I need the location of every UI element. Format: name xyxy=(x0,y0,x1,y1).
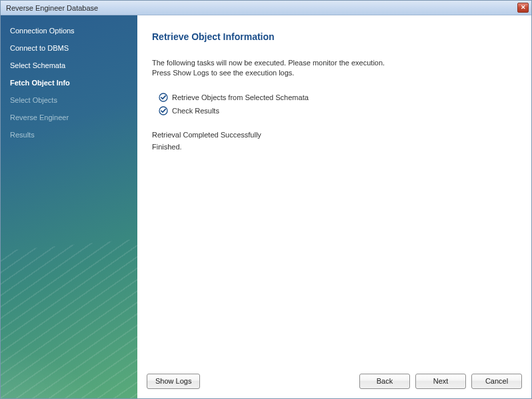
back-button[interactable]: Back xyxy=(359,374,410,389)
status-message: Retrieval Completed Successfully xyxy=(152,131,517,139)
sidebar-item-connection-options[interactable]: Connection Options xyxy=(1,22,137,39)
cancel-button[interactable]: Cancel xyxy=(471,374,522,389)
sidebar-item-select-objects: Select Objects xyxy=(1,91,137,109)
wizard-sidebar: Connection Options Connect to DBMS Selec… xyxy=(1,15,137,398)
window-title: Reverse Engineer Database xyxy=(6,4,517,12)
sidebar-item-label: Reverse Engineer xyxy=(10,113,69,121)
page-title: Retrieve Object Information xyxy=(152,31,517,42)
sidebar-item-label: Results xyxy=(10,131,35,139)
sidebar-item-label: Select Objects xyxy=(10,96,57,104)
main-panel: Retrieve Object Information The followin… xyxy=(137,15,531,398)
sidebar-item-select-schemata[interactable]: Select Schemata xyxy=(1,57,137,74)
task-item: Check Results xyxy=(159,104,517,117)
close-button[interactable]: ✕ xyxy=(517,3,529,13)
task-label: Check Results xyxy=(172,107,219,115)
checkmark-icon xyxy=(159,93,168,102)
sidebar-item-label: Connection Options xyxy=(10,27,75,35)
sidebar-item-reverse-engineer: Reverse Engineer xyxy=(1,109,137,126)
sidebar-item-label: Select Schemata xyxy=(10,61,65,69)
sidebar-item-fetch-object-info[interactable]: Fetch Object Info xyxy=(1,74,137,91)
task-list: Retrieve Objects from Selected Schemata … xyxy=(159,91,517,117)
sidebar-item-connect-to-dbms[interactable]: Connect to DBMS xyxy=(1,39,137,57)
instructions-line: The following tasks will now be executed… xyxy=(152,58,517,68)
wizard-window: Reverse Engineer Database ✕ Connection O… xyxy=(0,0,532,399)
next-button[interactable]: Next xyxy=(415,374,466,389)
window-body: Connection Options Connect to DBMS Selec… xyxy=(1,15,531,398)
task-item: Retrieve Objects from Selected Schemata xyxy=(159,91,517,104)
task-label: Retrieve Objects from Selected Schemata xyxy=(172,93,309,101)
instructions: The following tasks will now be executed… xyxy=(152,58,517,79)
close-icon: ✕ xyxy=(521,4,526,11)
status-message: Finished. xyxy=(152,143,517,151)
titlebar: Reverse Engineer Database ✕ xyxy=(1,1,531,15)
content-area: Retrieve Object Information The followin… xyxy=(137,15,531,369)
button-bar: Show Logs Back Next Cancel xyxy=(137,369,531,398)
checkmark-icon xyxy=(159,106,168,115)
instructions-line: Press Show Logs to see the execution log… xyxy=(152,68,517,78)
sidebar-item-label: Connect to DBMS xyxy=(10,44,69,52)
show-logs-button[interactable]: Show Logs xyxy=(147,374,200,389)
sidebar-item-results: Results xyxy=(1,126,137,143)
sidebar-item-label: Fetch Object Info xyxy=(10,79,70,87)
